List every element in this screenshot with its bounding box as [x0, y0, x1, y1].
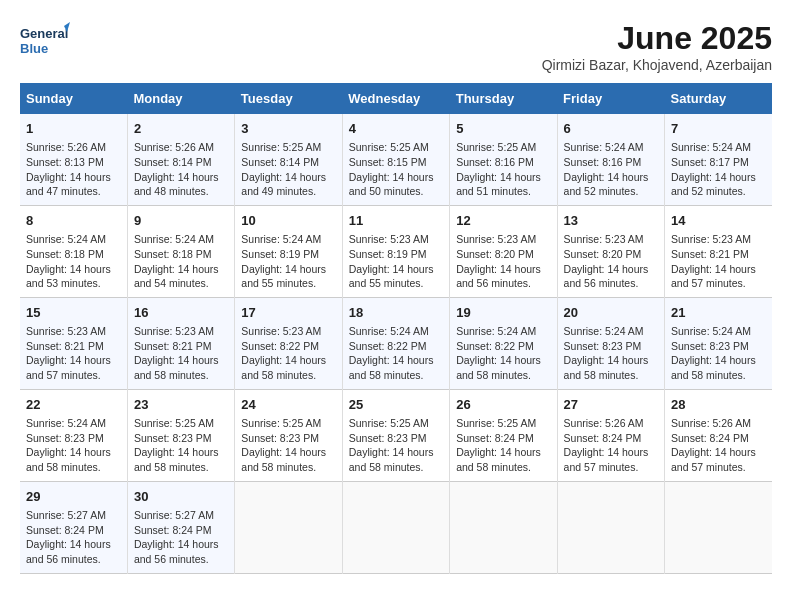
empty-day-cell: [342, 481, 449, 573]
day-number: 15: [26, 304, 121, 322]
day-info: Sunrise: 5:23 AM Sunset: 8:21 PM Dayligh…: [671, 232, 766, 291]
calendar-day-cell: 21Sunrise: 5:24 AM Sunset: 8:23 PM Dayli…: [665, 297, 772, 389]
day-number: 30: [134, 488, 228, 506]
day-number: 27: [564, 396, 658, 414]
calendar-table: SundayMondayTuesdayWednesdayThursdayFrid…: [20, 83, 772, 574]
day-number: 4: [349, 120, 443, 138]
day-number: 13: [564, 212, 658, 230]
day-info: Sunrise: 5:25 AM Sunset: 8:14 PM Dayligh…: [241, 140, 335, 199]
day-info: Sunrise: 5:23 AM Sunset: 8:20 PM Dayligh…: [564, 232, 658, 291]
weekday-header-thursday: Thursday: [450, 83, 557, 114]
calendar-day-cell: 1Sunrise: 5:26 AM Sunset: 8:13 PM Daylig…: [20, 114, 127, 205]
day-info: Sunrise: 5:25 AM Sunset: 8:23 PM Dayligh…: [134, 416, 228, 475]
day-number: 11: [349, 212, 443, 230]
calendar-day-cell: 22Sunrise: 5:24 AM Sunset: 8:23 PM Dayli…: [20, 389, 127, 481]
location: Qirmizi Bazar, Khojavend, Azerbaijan: [542, 57, 772, 73]
day-number: 9: [134, 212, 228, 230]
empty-day-cell: [665, 481, 772, 573]
day-info: Sunrise: 5:24 AM Sunset: 8:16 PM Dayligh…: [564, 140, 658, 199]
calendar-day-cell: 27Sunrise: 5:26 AM Sunset: 8:24 PM Dayli…: [557, 389, 664, 481]
day-number: 21: [671, 304, 766, 322]
weekday-header-row: SundayMondayTuesdayWednesdayThursdayFrid…: [20, 83, 772, 114]
day-info: Sunrise: 5:24 AM Sunset: 8:22 PM Dayligh…: [349, 324, 443, 383]
day-info: Sunrise: 5:24 AM Sunset: 8:22 PM Dayligh…: [456, 324, 550, 383]
calendar-day-cell: 2Sunrise: 5:26 AM Sunset: 8:14 PM Daylig…: [127, 114, 234, 205]
day-number: 12: [456, 212, 550, 230]
day-info: Sunrise: 5:25 AM Sunset: 8:23 PM Dayligh…: [349, 416, 443, 475]
day-info: Sunrise: 5:23 AM Sunset: 8:21 PM Dayligh…: [134, 324, 228, 383]
day-info: Sunrise: 5:24 AM Sunset: 8:19 PM Dayligh…: [241, 232, 335, 291]
day-number: 14: [671, 212, 766, 230]
day-info: Sunrise: 5:26 AM Sunset: 8:14 PM Dayligh…: [134, 140, 228, 199]
day-number: 17: [241, 304, 335, 322]
calendar-day-cell: 11Sunrise: 5:23 AM Sunset: 8:19 PM Dayli…: [342, 205, 449, 297]
calendar-day-cell: 16Sunrise: 5:23 AM Sunset: 8:21 PM Dayli…: [127, 297, 234, 389]
day-info: Sunrise: 5:26 AM Sunset: 8:13 PM Dayligh…: [26, 140, 121, 199]
weekday-header-wednesday: Wednesday: [342, 83, 449, 114]
day-info: Sunrise: 5:25 AM Sunset: 8:16 PM Dayligh…: [456, 140, 550, 199]
svg-text:Blue: Blue: [20, 41, 48, 56]
calendar-day-cell: 30Sunrise: 5:27 AM Sunset: 8:24 PM Dayli…: [127, 481, 234, 573]
day-number: 22: [26, 396, 121, 414]
title-block: June 2025 Qirmizi Bazar, Khojavend, Azer…: [542, 20, 772, 73]
day-number: 18: [349, 304, 443, 322]
day-number: 26: [456, 396, 550, 414]
day-info: Sunrise: 5:23 AM Sunset: 8:21 PM Dayligh…: [26, 324, 121, 383]
calendar-day-cell: 12Sunrise: 5:23 AM Sunset: 8:20 PM Dayli…: [450, 205, 557, 297]
weekday-header-tuesday: Tuesday: [235, 83, 342, 114]
month-title: June 2025: [542, 20, 772, 57]
calendar-day-cell: 6Sunrise: 5:24 AM Sunset: 8:16 PM Daylig…: [557, 114, 664, 205]
logo: General Blue: [20, 20, 70, 64]
calendar-day-cell: 17Sunrise: 5:23 AM Sunset: 8:22 PM Dayli…: [235, 297, 342, 389]
calendar-day-cell: 23Sunrise: 5:25 AM Sunset: 8:23 PM Dayli…: [127, 389, 234, 481]
day-number: 20: [564, 304, 658, 322]
day-info: Sunrise: 5:25 AM Sunset: 8:15 PM Dayligh…: [349, 140, 443, 199]
day-number: 29: [26, 488, 121, 506]
day-number: 19: [456, 304, 550, 322]
calendar-day-cell: 18Sunrise: 5:24 AM Sunset: 8:22 PM Dayli…: [342, 297, 449, 389]
calendar-day-cell: 24Sunrise: 5:25 AM Sunset: 8:23 PM Dayli…: [235, 389, 342, 481]
day-info: Sunrise: 5:24 AM Sunset: 8:17 PM Dayligh…: [671, 140, 766, 199]
svg-text:General: General: [20, 26, 68, 41]
calendar-day-cell: 8Sunrise: 5:24 AM Sunset: 8:18 PM Daylig…: [20, 205, 127, 297]
day-info: Sunrise: 5:26 AM Sunset: 8:24 PM Dayligh…: [564, 416, 658, 475]
day-number: 25: [349, 396, 443, 414]
calendar-week-row: 22Sunrise: 5:24 AM Sunset: 8:23 PM Dayli…: [20, 389, 772, 481]
logo-svg: General Blue: [20, 20, 70, 64]
day-info: Sunrise: 5:27 AM Sunset: 8:24 PM Dayligh…: [134, 508, 228, 567]
day-number: 2: [134, 120, 228, 138]
day-info: Sunrise: 5:23 AM Sunset: 8:20 PM Dayligh…: [456, 232, 550, 291]
day-number: 1: [26, 120, 121, 138]
day-info: Sunrise: 5:23 AM Sunset: 8:19 PM Dayligh…: [349, 232, 443, 291]
day-number: 7: [671, 120, 766, 138]
day-number: 24: [241, 396, 335, 414]
day-info: Sunrise: 5:24 AM Sunset: 8:18 PM Dayligh…: [26, 232, 121, 291]
day-number: 23: [134, 396, 228, 414]
day-number: 6: [564, 120, 658, 138]
calendar-day-cell: 29Sunrise: 5:27 AM Sunset: 8:24 PM Dayli…: [20, 481, 127, 573]
calendar-day-cell: 3Sunrise: 5:25 AM Sunset: 8:14 PM Daylig…: [235, 114, 342, 205]
calendar-day-cell: 28Sunrise: 5:26 AM Sunset: 8:24 PM Dayli…: [665, 389, 772, 481]
page-header: General Blue June 2025 Qirmizi Bazar, Kh…: [20, 20, 772, 73]
day-number: 8: [26, 212, 121, 230]
weekday-header-saturday: Saturday: [665, 83, 772, 114]
day-number: 28: [671, 396, 766, 414]
day-info: Sunrise: 5:23 AM Sunset: 8:22 PM Dayligh…: [241, 324, 335, 383]
day-info: Sunrise: 5:24 AM Sunset: 8:23 PM Dayligh…: [671, 324, 766, 383]
calendar-day-cell: 20Sunrise: 5:24 AM Sunset: 8:23 PM Dayli…: [557, 297, 664, 389]
day-info: Sunrise: 5:25 AM Sunset: 8:24 PM Dayligh…: [456, 416, 550, 475]
day-number: 16: [134, 304, 228, 322]
empty-day-cell: [450, 481, 557, 573]
calendar-day-cell: 4Sunrise: 5:25 AM Sunset: 8:15 PM Daylig…: [342, 114, 449, 205]
calendar-week-row: 8Sunrise: 5:24 AM Sunset: 8:18 PM Daylig…: [20, 205, 772, 297]
day-info: Sunrise: 5:24 AM Sunset: 8:23 PM Dayligh…: [564, 324, 658, 383]
day-info: Sunrise: 5:24 AM Sunset: 8:23 PM Dayligh…: [26, 416, 121, 475]
calendar-week-row: 1Sunrise: 5:26 AM Sunset: 8:13 PM Daylig…: [20, 114, 772, 205]
empty-day-cell: [235, 481, 342, 573]
calendar-day-cell: 9Sunrise: 5:24 AM Sunset: 8:18 PM Daylig…: [127, 205, 234, 297]
calendar-day-cell: 19Sunrise: 5:24 AM Sunset: 8:22 PM Dayli…: [450, 297, 557, 389]
day-info: Sunrise: 5:26 AM Sunset: 8:24 PM Dayligh…: [671, 416, 766, 475]
calendar-day-cell: 26Sunrise: 5:25 AM Sunset: 8:24 PM Dayli…: [450, 389, 557, 481]
calendar-week-row: 29Sunrise: 5:27 AM Sunset: 8:24 PM Dayli…: [20, 481, 772, 573]
calendar-day-cell: 15Sunrise: 5:23 AM Sunset: 8:21 PM Dayli…: [20, 297, 127, 389]
